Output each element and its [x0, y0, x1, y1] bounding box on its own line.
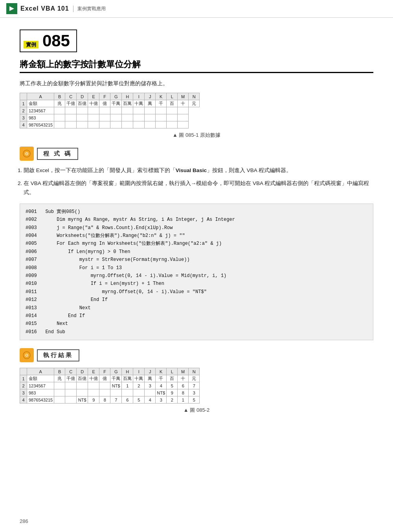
col-i: I [133, 368, 145, 375]
cell-a3: 983 [27, 389, 54, 396]
cell-d1: 百億 [77, 375, 88, 382]
cell-c1: 千億 [65, 375, 77, 382]
cell-m2: 6 [178, 382, 189, 389]
header-title: Excel VBA 101 [20, 5, 69, 12]
cell-g2: NT$ [110, 382, 122, 389]
fig2-caption: ▲ 圖 085-2 [20, 407, 373, 414]
steps-list: 開啟 Excel，按一下在功能區上的「開發人員」索引標籤下的「Visual Ba… [20, 166, 373, 197]
cell-d1: 百億 [77, 100, 88, 107]
cell-e1: 十億 [88, 375, 99, 382]
col-h: H [122, 368, 133, 375]
table-row: 3 983 NT$ 9 8 3 [20, 389, 200, 396]
cell-d4: NT$ [77, 396, 88, 404]
cell-l2: 5 [167, 382, 178, 389]
spreadsheet-table-1: A B C D E F G H I J K L M N 1 金額 兆 千億 百億… [20, 93, 200, 128]
cell-m1: 十 [178, 100, 189, 107]
cell-n1: 元 [189, 100, 200, 107]
cell-m1: 十 [178, 375, 189, 382]
cell-f1: 億 [99, 375, 110, 382]
col-f: F [99, 368, 110, 375]
table-row: 4 9876543215 NT$ 9 8 7 6 5 4 3 2 1 5 [20, 396, 200, 404]
col-n: N [189, 368, 200, 375]
col-a: A [27, 93, 54, 100]
col-d: D [77, 368, 88, 375]
example-box: 實例 085 [20, 29, 77, 52]
table-row: 2 1234567 NT$ 1 2 3 4 5 6 7 [20, 382, 200, 389]
cell-a2: 1234567 [27, 382, 54, 389]
cell-b1: 兆 [54, 100, 65, 107]
logo [6, 3, 17, 14]
row-num: 1 [20, 100, 27, 107]
col-k: K [156, 368, 167, 375]
col-header-row [20, 368, 27, 375]
table-row: 1 金額 兆 千億 百億 十億 億 千萬 百萬 十萬 萬 千 百 十 元 [20, 375, 200, 382]
cell-a1: 金額 [27, 100, 54, 107]
step-2-text: 在 VBA 程式編輯器左側的「專案視窗」範圍內按滑鼠右鍵，執行插入→模組命令，即… [24, 180, 369, 195]
cell-j1: 萬 [145, 100, 156, 107]
cell-h1: 百萬 [122, 375, 133, 382]
cell-n1: 元 [189, 375, 200, 382]
col-e: E [88, 368, 99, 375]
cell-l4: 2 [167, 396, 178, 404]
main-content: 實例 085 將金額上的數字按計數單位分解 將工作表上的金額數字分解置於與計數單… [0, 18, 393, 437]
col-l: L [167, 368, 178, 375]
table-row: 2 1234567 [20, 107, 200, 114]
code-line-001: #001 Sub 實例085() #002 Dim myrng As Range… [26, 209, 235, 335]
result-section-icon: ⚙ [20, 348, 34, 362]
row-num: 3 [20, 389, 27, 396]
step-2: 在 VBA 程式編輯器左側的「專案視窗」範圍內按滑鼠右鍵，執行插入→模組命令，即… [24, 179, 373, 197]
svg-marker-0 [9, 6, 14, 11]
table-row: 4 9876543215 [20, 121, 200, 128]
cell-g1: 千萬 [110, 375, 122, 382]
cell-a4: 9876543215 [27, 396, 54, 404]
col-b: B [54, 93, 65, 100]
cell-i4: 5 [133, 396, 145, 404]
cell-a3: 983 [27, 114, 54, 121]
cell-k1: 千 [156, 100, 167, 107]
cell-g4: 7 [110, 396, 122, 404]
fig1-caption: ▲ 圖 085-1 原始數據 [20, 132, 373, 139]
cell-b1: 兆 [54, 375, 65, 382]
spreadsheet-table-2: A B C D E F G H I J K L M N 1 金額 兆 千億 百億… [20, 368, 200, 404]
col-j: J [145, 368, 156, 375]
table-row: 3 983 [20, 114, 200, 121]
row-num: 1 [20, 375, 27, 382]
cell-k1: 千 [156, 375, 167, 382]
description: 將工作表上的金額數字分解置於與計數單位對應的儲存格上。 [20, 80, 373, 87]
col-g: G [110, 368, 122, 375]
page-title: 將金額上的數字按計數單位分解 [20, 59, 373, 73]
col-header-row [20, 93, 27, 100]
cell-a4: 9876543215 [27, 121, 54, 128]
col-i: I [133, 93, 145, 100]
col-c: C [65, 368, 77, 375]
cell-m3: 8 [178, 389, 189, 396]
code-section-icon: ⚙ [20, 147, 34, 161]
step-1: 開啟 Excel，按一下在功能區上的「開發人員」索引標籤下的「Visual Ba… [24, 166, 373, 175]
row-num: 3 [20, 114, 27, 121]
cell-h2: 1 [122, 382, 133, 389]
example-header: 實例 085 [20, 29, 373, 56]
cell-k2: 4 [156, 382, 167, 389]
col-l: L [167, 93, 178, 100]
cell-e4: 9 [88, 396, 99, 404]
cell-i1: 十萬 [133, 375, 145, 382]
page-number: 286 [20, 518, 28, 524]
cell-f1: 億 [99, 100, 110, 107]
cell-k4: 3 [156, 396, 167, 404]
row-num: 2 [20, 107, 27, 114]
col-d: D [77, 93, 88, 100]
col-j: J [145, 93, 156, 100]
result-section-label: 執行結果 [37, 349, 79, 361]
row-num: 2 [20, 382, 27, 389]
step-1-text: 開啟 Excel，按一下在功能區上的「開發人員」索引標籤下的「Visual Ba… [24, 167, 292, 173]
table-header-row: A B C D E F G H I J K L M N [20, 93, 200, 100]
result-section-header: ⚙ 執行結果 [20, 348, 373, 362]
row-num: 4 [20, 396, 27, 404]
cell-c1: 千億 [65, 100, 77, 107]
col-k: K [156, 93, 167, 100]
cell-a1: 金額 [27, 375, 54, 382]
header-subtitle: 案例實戰應用 [73, 6, 106, 12]
page-header: Excel VBA 101 案例實戰應用 [0, 0, 393, 18]
col-e: E [88, 93, 99, 100]
col-c: C [65, 93, 77, 100]
